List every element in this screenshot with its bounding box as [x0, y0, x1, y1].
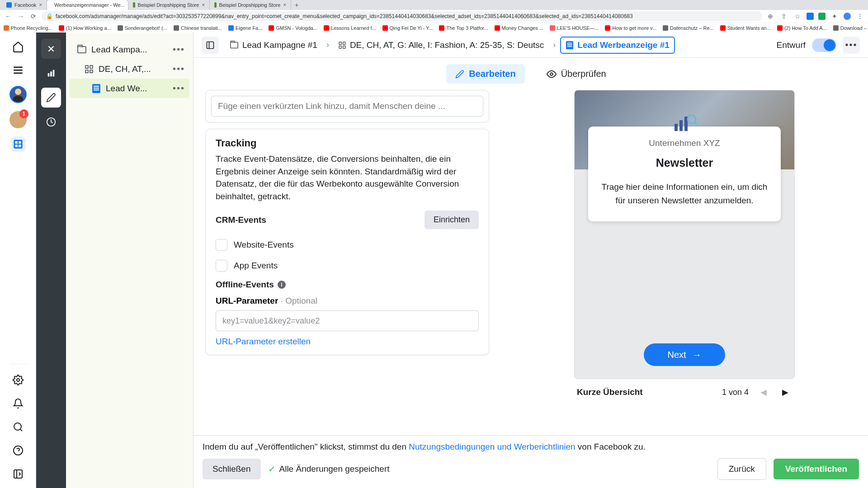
svg-rect-1: [14, 70, 23, 71]
tab-review[interactable]: Überprüfen: [538, 64, 615, 84]
share-icon[interactable]: ⇧: [779, 12, 788, 21]
tree-adset[interactable]: DE, CH, AT,... •••: [70, 59, 189, 79]
svg-rect-16: [48, 73, 50, 76]
help-icon[interactable]: [10, 443, 26, 458]
back-button[interactable]: ←: [4, 12, 13, 21]
zoom-icon[interactable]: ⊕: [766, 12, 775, 21]
next-button[interactable]: Next →: [644, 343, 725, 366]
browser-tab[interactable]: Beispiel Dropshipping Store×: [210, 0, 291, 10]
bookmark[interactable]: Chinese translati...: [174, 25, 222, 31]
breadcrumb-ad[interactable]: Lead Werbeanzeige #1: [560, 37, 675, 54]
checkbox[interactable]: [216, 260, 227, 272]
profile-icon[interactable]: [844, 13, 851, 20]
reload-button[interactable]: ⟳: [29, 12, 38, 21]
bookmark[interactable]: Eigene Fa...: [228, 25, 262, 31]
main-content: Lead Kampagne #1 › DE, CH, AT, G: Alle, …: [193, 33, 868, 488]
home-icon[interactable]: [10, 39, 26, 54]
left-rail: 1: [0, 33, 36, 488]
chart-icon: [672, 114, 697, 132]
short-link-input[interactable]: [211, 96, 483, 117]
close-button[interactable]: [41, 39, 61, 59]
bookmark[interactable]: Lessons Learned f...: [324, 25, 376, 31]
bookmark[interactable]: Student Wants an...: [720, 25, 771, 31]
more-button[interactable]: •••: [843, 37, 860, 54]
bookmark[interactable]: Sonderangebot! (...: [118, 25, 167, 31]
chart-icon[interactable]: [41, 63, 61, 83]
more-icon[interactable]: •••: [173, 83, 185, 94]
close-icon[interactable]: ×: [39, 2, 42, 8]
bookmark[interactable]: Download – Cooki...: [833, 25, 868, 31]
svg-point-9: [14, 423, 21, 430]
preview-form-card: Unternehmen XYZ Newsletter Trage hier de…: [588, 127, 781, 221]
bookmark[interactable]: How to get more v...: [605, 25, 656, 31]
bookmark[interactable]: (2) How To Add A...: [777, 25, 827, 31]
svg-rect-7: [19, 145, 21, 147]
checkbox[interactable]: [216, 239, 227, 251]
tree-ad[interactable]: Lead We... •••: [70, 79, 189, 98]
extensions-icon[interactable]: ✦: [830, 12, 839, 21]
menu-icon[interactable]: ⋮: [855, 12, 864, 21]
close-icon[interactable]: ×: [202, 2, 205, 8]
bookmark[interactable]: Datenschutz – Re...: [663, 25, 714, 31]
new-tab-button[interactable]: +: [291, 1, 302, 9]
bookmark[interactable]: The Top 3 Platfor...: [439, 25, 488, 31]
tab-edit[interactable]: Bearbeiten: [446, 64, 524, 84]
star-icon[interactable]: ☆: [793, 12, 802, 21]
history-icon[interactable]: [41, 112, 61, 132]
breadcrumb-adset[interactable]: DE, CH, AT, G: Alle, I: Fashion, A: 25-3…: [334, 38, 548, 53]
close-button[interactable]: Schließen: [203, 459, 261, 479]
bookmark[interactable]: Money Changes ...: [495, 25, 543, 31]
breadcrumb-campaign[interactable]: Lead Kampagne #1: [225, 38, 322, 53]
bookmark[interactable]: GMSN - Vologda...: [269, 25, 317, 31]
tree-campaign[interactable]: Lead Kampa... •••: [70, 40, 189, 59]
svg-rect-0: [14, 66, 23, 68]
status-toggle[interactable]: [812, 38, 836, 52]
more-icon[interactable]: •••: [173, 64, 185, 74]
svg-point-22: [550, 73, 553, 75]
menu-icon[interactable]: [10, 62, 26, 78]
more-icon[interactable]: •••: [173, 44, 185, 55]
svg-rect-23: [675, 124, 678, 131]
url-bar[interactable]: 🔒facebook.com/adsmanager/manage/ads/edit…: [42, 11, 762, 21]
edit-icon[interactable]: [41, 88, 61, 108]
website-events-row[interactable]: Website-Events: [216, 236, 479, 253]
url-parameter-input[interactable]: [216, 310, 479, 331]
publish-button[interactable]: Veröffentlichen: [774, 459, 859, 479]
next-page-button[interactable]: ▶: [778, 385, 792, 399]
bookmark[interactable]: Qing Fei De Yi - Y...: [382, 25, 433, 31]
prev-page-button[interactable]: ◀: [757, 385, 770, 399]
bookmark[interactable]: (1) How Working a...: [59, 25, 111, 31]
back-button[interactable]: Zurück: [717, 458, 766, 480]
status-label: Entwurf: [777, 40, 806, 50]
search-icon[interactable]: [10, 419, 26, 435]
breadcrumb: Lead Kampagne #1 › DE, CH, AT, G: Alle, …: [225, 37, 766, 54]
avatar[interactable]: [9, 86, 27, 103]
browser-tab[interactable]: Werbeanzeigenmanager - We...×: [47, 0, 128, 10]
preview-pager: Kurze Übersicht 1 von 4 ◀ ▶: [574, 385, 795, 399]
extension-icon[interactable]: [807, 13, 814, 20]
cookie-icon[interactable]: 1: [9, 111, 27, 128]
extension-icon[interactable]: [818, 13, 826, 20]
bookmark[interactable]: Phone Recycling...: [4, 25, 52, 31]
crm-events-label: CRM-Events: [216, 215, 266, 225]
top-bar: Lead Kampagne #1 › DE, CH, AT, G: Alle, …: [193, 33, 868, 58]
browser-tab[interactable]: Facebook×: [2, 0, 47, 10]
terms-link[interactable]: Nutzungsbedingungen und Werberichtlinien: [409, 442, 575, 451]
tab-bar: Facebook× Werbeanzeigenmanager - We...× …: [0, 0, 868, 10]
collapse-icon[interactable]: [10, 466, 26, 482]
ads-manager-icon[interactable]: [10, 136, 26, 152]
close-icon[interactable]: ×: [283, 2, 286, 8]
notifications-icon[interactable]: [10, 396, 26, 411]
bookmark[interactable]: LEE'S HOUSE—...: [550, 25, 599, 31]
forward-button[interactable]: →: [16, 12, 25, 21]
settings-icon[interactable]: [10, 372, 26, 388]
app-events-row[interactable]: App Events: [216, 257, 479, 274]
browser-tab[interactable]: Beispiel Dropshipping Store×: [128, 0, 210, 10]
tabs: Bearbeiten Überprüfen: [193, 58, 868, 90]
info-icon[interactable]: i: [278, 281, 286, 289]
setup-button[interactable]: Einrichten: [425, 211, 479, 229]
panel-toggle-button[interactable]: [202, 37, 219, 54]
svg-line-27: [694, 122, 697, 125]
create-url-params-link[interactable]: URL-Parameter erstellen: [216, 337, 479, 347]
tracking-description: Tracke Event-Datensätze, die Conversions…: [216, 153, 479, 202]
